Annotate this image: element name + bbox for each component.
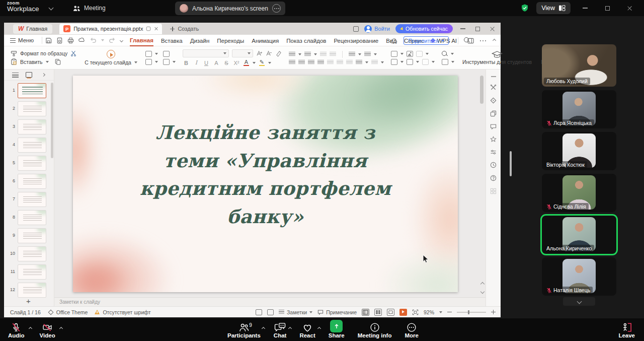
notes-bar[interactable]: Заметки к слайду <box>54 297 486 306</box>
menu-item[interactable]: Анимация <box>252 35 279 46</box>
wps-home-tab[interactable]: W Главная <box>13 24 52 34</box>
cloud-print-icon[interactable] <box>78 37 85 44</box>
undo-dropdown-icon[interactable] <box>101 39 104 41</box>
redo-icon[interactable] <box>109 37 116 43</box>
new-document-button[interactable]: Создать <box>170 26 199 32</box>
slide-thumbnail[interactable]: 7 <box>4 190 54 209</box>
font-warning[interactable]: Отсутствует шрифт <box>95 309 150 315</box>
add-slide-button[interactable]: + <box>26 297 31 305</box>
fit-to-window-icon[interactable] <box>412 309 419 315</box>
notes-toggle-button[interactable]: Заметки <box>279 309 312 315</box>
text-align-vertical-icon[interactable] <box>371 60 378 65</box>
theme-button[interactable]: Office Theme <box>48 309 88 315</box>
print-preview-icon[interactable] <box>56 37 63 44</box>
columns-icon[interactable] <box>337 60 343 65</box>
slide-size-icon[interactable] <box>145 59 152 65</box>
layers-icon[interactable] <box>490 110 497 117</box>
window-minimize-button[interactable] <box>578 0 593 16</box>
menu-item[interactable]: Переходы <box>217 35 244 46</box>
zoom-slider-thumb[interactable] <box>468 310 469 314</box>
more-options-icon[interactable] <box>480 40 487 41</box>
clear-format-icon[interactable] <box>275 50 282 56</box>
selection-pane-icon[interactable] <box>442 59 448 65</box>
distribute-icon[interactable] <box>327 60 334 65</box>
outline-view-icon[interactable] <box>12 73 19 78</box>
text-box-icon[interactable] <box>391 59 397 65</box>
help-icon[interactable] <box>490 175 497 181</box>
print-icon[interactable] <box>67 37 74 44</box>
chat-button[interactable]: Chat <box>274 318 287 341</box>
increase-font-icon[interactable] <box>256 50 263 56</box>
slide-thumbnail[interactable]: 9 <box>4 227 54 245</box>
chat-chevron-icon[interactable] <box>289 323 291 332</box>
paste-button[interactable]: Вставить <box>11 58 76 65</box>
shape-fill-icon[interactable] <box>391 51 397 57</box>
row-spacing-icon[interactable] <box>346 60 353 65</box>
history-clock-icon[interactable] <box>490 162 497 168</box>
previous-slide-icon[interactable] <box>480 282 485 286</box>
align-left-icon[interactable] <box>289 60 295 65</box>
audio-options-chevron-icon[interactable] <box>29 323 32 332</box>
justify-icon[interactable] <box>317 60 324 65</box>
decrease-font-icon[interactable] <box>266 50 272 56</box>
theme-tag-icon[interactable] <box>490 97 497 104</box>
react-chevron-icon[interactable] <box>318 323 320 332</box>
menu-item[interactable]: Показ слайдов <box>286 35 326 46</box>
workspace-chevron-down-icon[interactable] <box>49 6 54 11</box>
participants-chevron-icon[interactable] <box>262 323 265 332</box>
zoom-slider[interactable] <box>457 312 486 313</box>
text-format-button[interactable]: S <box>223 60 230 66</box>
play-from-current-slide-button[interactable]: С текущего слайда <box>80 46 142 70</box>
collapse-ribbon-icon[interactable] <box>493 39 496 42</box>
wps-document-tab[interactable]: P Практика, презентація.pptx <box>59 24 162 34</box>
normal-view-button[interactable] <box>362 309 369 316</box>
wps-minimize-button[interactable] <box>458 28 467 29</box>
list-level-icon[interactable] <box>356 60 362 65</box>
upgrade-now-button[interactable]: Обновить сейчас <box>395 24 453 33</box>
slide-thumbnail[interactable]: 10 <box>4 245 54 263</box>
new-slide-icon[interactable] <box>145 51 152 57</box>
font-size-select[interactable] <box>232 49 253 57</box>
collapse-strip-icon[interactable] <box>491 76 497 78</box>
zoom-dropdown-icon[interactable] <box>439 311 442 313</box>
cut-icon[interactable] <box>70 50 76 56</box>
participants-button[interactable]: 9 Participants <box>227 318 261 341</box>
zoom-level-value[interactable]: 92% <box>424 309 434 315</box>
window-maximize-button[interactable] <box>600 0 615 16</box>
start-slideshow-button[interactable] <box>399 309 407 316</box>
participant-tile[interactable]: Любовь Худолий <box>542 44 616 87</box>
zoom-out-button[interactable] <box>447 312 452 313</box>
font-color-icon[interactable]: A <box>243 59 250 66</box>
close-document-icon[interactable] <box>154 27 158 31</box>
tab-options-icon[interactable] <box>272 4 281 13</box>
window-mode-icon[interactable] <box>353 26 359 32</box>
collapse-panel-icon[interactable] <box>42 73 45 77</box>
insert-picture-icon[interactable] <box>407 51 413 57</box>
view-button[interactable]: View <box>536 2 571 14</box>
share-button[interactable]: Share <box>329 318 345 341</box>
line-spacing-icon[interactable] <box>364 52 371 57</box>
slide-layout-icon[interactable] <box>163 51 170 57</box>
slide-thumbnail[interactable]: 12 <box>4 281 54 298</box>
tab-meeting[interactable]: Meeting <box>68 0 111 16</box>
meeting-info-button[interactable]: Meeting info <box>358 318 392 341</box>
wps-restore-button[interactable] <box>473 27 482 31</box>
menu-item[interactable]: Главная <box>130 35 153 46</box>
text-format-button[interactable]: X² <box>233 60 240 66</box>
slide-thumbnail[interactable]: 4 <box>4 136 54 154</box>
undo-icon[interactable] <box>90 37 97 43</box>
participant-tile[interactable]: Наталія Швець <box>542 257 616 296</box>
next-slide-icon[interactable] <box>480 290 485 294</box>
slide-thumbnail[interactable]: 1 <box>4 82 54 100</box>
zoom-in-button[interactable] <box>491 310 496 314</box>
text-format-button[interactable]: I <box>193 59 200 66</box>
text-format-button[interactable]: B <box>183 60 190 66</box>
more-button[interactable]: More <box>405 318 418 341</box>
participant-tile[interactable]: Сіднєва Лілія <box>542 174 616 212</box>
align-right-icon[interactable] <box>308 60 314 65</box>
scroll-participants-button[interactable] <box>563 297 595 306</box>
panel-scrollbar[interactable] <box>51 83 53 158</box>
numbered-list-icon[interactable] <box>304 52 311 57</box>
format-painter-button[interactable]: Формат по образцу <box>11 50 76 56</box>
security-shield-icon[interactable] <box>520 4 529 13</box>
